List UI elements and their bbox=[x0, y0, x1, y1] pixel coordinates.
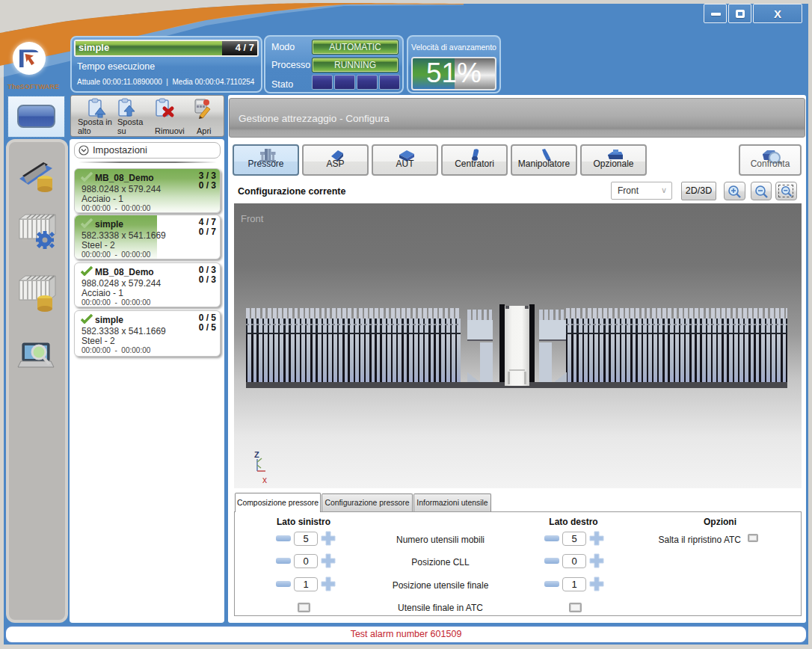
svg-text:x: x bbox=[262, 475, 267, 485]
svg-text:Z: Z bbox=[254, 450, 259, 459]
